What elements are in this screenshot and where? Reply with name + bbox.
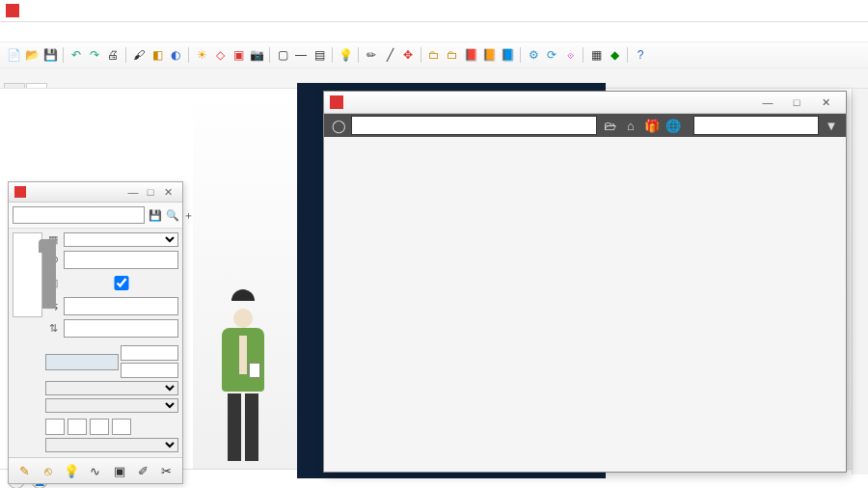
- section-icon[interactable]: ▣: [231, 47, 246, 63]
- save-profile-icon[interactable]: 💾: [149, 207, 162, 223]
- bulb-icon[interactable]: 💡: [338, 47, 353, 63]
- folder2-icon[interactable]: 🗀: [445, 47, 460, 63]
- library-max-button[interactable]: □: [782, 96, 811, 108]
- camera-icon[interactable]: 📷: [249, 47, 264, 63]
- scale-figure: [214, 309, 272, 473]
- tool-path-icon[interactable]: ∿: [87, 462, 104, 479]
- offset-y-icon: ⇅: [46, 322, 60, 335]
- profile-dialog-max[interactable]: □: [142, 186, 159, 198]
- undo-icon[interactable]: ↶: [68, 47, 84, 63]
- tool-bulb-icon[interactable]: 💡: [63, 462, 80, 479]
- title-bar: [0, 0, 868, 22]
- library-header[interactable]: — □ ✕: [324, 92, 846, 114]
- help-icon[interactable]: ?: [633, 47, 648, 63]
- plugin3-icon[interactable]: ⟐: [562, 47, 578, 63]
- print-icon[interactable]: 🖨: [105, 47, 121, 63]
- profile-align-select[interactable]: [64, 232, 178, 247]
- move-icon[interactable]: ✥: [400, 47, 416, 63]
- plugin1-icon[interactable]: ⚙: [526, 47, 541, 63]
- folder-open-icon[interactable]: 🗁: [601, 119, 618, 133]
- app-icon: [6, 4, 19, 17]
- library-close-button[interactable]: ✕: [811, 96, 840, 109]
- add-profile-icon[interactable]: ＋: [183, 207, 194, 223]
- dash-icon[interactable]: —: [293, 47, 309, 63]
- profile-dialog-min[interactable]: —: [124, 186, 142, 198]
- home-icon[interactable]: ⌂: [622, 119, 639, 133]
- profile-dialog-toolbar: ✎ ⎋ 💡 ∿ ▣ ✐ ✂: [9, 457, 182, 483]
- toggle-icon[interactable]: ▢: [275, 47, 290, 63]
- folder1-icon[interactable]: 🗀: [426, 47, 442, 63]
- library-grid[interactable]: [324, 136, 846, 472]
- scene-tab-2[interactable]: [26, 83, 47, 88]
- search-profile-icon[interactable]: 🔍: [166, 207, 179, 223]
- layers-icon[interactable]: ◇: [212, 47, 228, 63]
- redo-icon[interactable]: ↷: [87, 47, 102, 63]
- tool-draw-icon[interactable]: ✎: [15, 462, 33, 479]
- library-dialog-icon: [330, 95, 343, 109]
- prop-width-value: [121, 345, 178, 361]
- profile-library-dialog: — □ ✕ ◯ 🗁 ⌂ 🎁 🌐 ▼: [323, 91, 847, 473]
- misc2-icon[interactable]: ◆: [607, 47, 622, 63]
- offset-x-input[interactable]: [64, 297, 178, 315]
- profile-dialog-header[interactable]: — □ ✕: [9, 182, 182, 203]
- book2-icon[interactable]: 📙: [481, 47, 497, 63]
- gift-icon[interactable]: 🎁: [643, 119, 661, 133]
- tool-extrude-icon[interactable]: ⎋: [40, 462, 57, 479]
- globe-icon[interactable]: 🌐: [665, 119, 682, 133]
- workspace: — □ ✕ 💾 🔍 ＋ ▦ ⟲ ▥ ⇆ ⇅: [0, 89, 868, 469]
- layer-select[interactable]: [45, 398, 178, 413]
- profile-rotation-input[interactable]: [64, 251, 178, 269]
- profile-preview[interactable]: [13, 232, 42, 317]
- library-search-input[interactable]: [693, 116, 819, 135]
- library-min-button[interactable]: —: [753, 96, 782, 108]
- paint-icon[interactable]: 🖌: [131, 47, 147, 63]
- library-path-bar: ◯ 🗁 ⌂ 🎁 🌐 ▼: [324, 114, 846, 137]
- pencil-icon[interactable]: ✏: [364, 47, 379, 63]
- line-icon[interactable]: ╱: [382, 47, 397, 63]
- mirror-buttons[interactable]: [45, 419, 178, 435]
- path-back-icon[interactable]: ◯: [330, 119, 347, 133]
- new-icon[interactable]: 📄: [6, 47, 21, 63]
- book1-icon[interactable]: 📕: [463, 47, 478, 63]
- profile-dialog-close[interactable]: ✕: [159, 186, 176, 199]
- cutmode-select[interactable]: [45, 438, 178, 452]
- open-icon[interactable]: 📂: [24, 47, 40, 63]
- tool-cut-icon[interactable]: ✂: [158, 462, 176, 479]
- tool-select-icon[interactable]: ▣: [111, 462, 128, 479]
- material-thumb[interactable]: [45, 354, 119, 370]
- filter-icon[interactable]: ▼: [823, 119, 840, 133]
- misc1-icon[interactable]: ▦: [588, 47, 604, 63]
- page-icon[interactable]: ▤: [312, 47, 327, 63]
- plugin2-icon[interactable]: ⟳: [544, 47, 559, 63]
- profile-properties-dialog: — □ ✕ 💾 🔍 ＋ ▦ ⟲ ▥ ⇆ ⇅: [8, 181, 183, 484]
- profile-name-input[interactable]: [13, 206, 145, 224]
- save-icon[interactable]: 💾: [42, 47, 58, 63]
- scene-tab-1[interactable]: [4, 83, 25, 88]
- flip-h-checkbox[interactable]: [68, 276, 176, 290]
- menu-bar: [0, 22, 868, 42]
- tool-edit-icon[interactable]: ✐: [134, 462, 151, 479]
- book3-icon[interactable]: 📘: [500, 47, 515, 63]
- library-path-input[interactable]: [351, 116, 597, 135]
- right-tray[interactable]: [852, 89, 868, 474]
- main-toolbar: 📄 📂 💾 ↶ ↷ 🖨 🖌 ◧ ◐ ☀ ◇ ▣ 📷 ▢ — ▤ 💡 ✏ ╱ ✥ …: [0, 42, 868, 68]
- components-icon[interactable]: ◧: [149, 47, 165, 63]
- prop-height-value: [121, 363, 178, 378]
- offset-y-input[interactable]: [64, 319, 178, 338]
- profile-dialog-icon: [14, 186, 26, 198]
- sun-icon[interactable]: ☀: [194, 47, 209, 63]
- material-select[interactable]: [45, 381, 178, 395]
- styles-icon[interactable]: ◐: [168, 47, 183, 63]
